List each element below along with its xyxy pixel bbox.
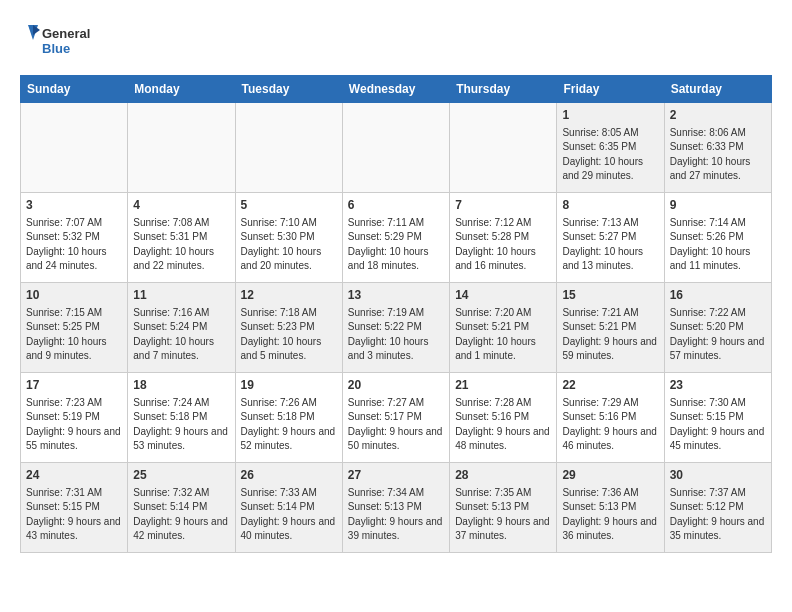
calendar-cell: 29Sunrise: 7:36 AM Sunset: 5:13 PM Dayli… xyxy=(557,463,664,553)
logo: General Blue xyxy=(20,20,100,65)
calendar-cell: 19Sunrise: 7:26 AM Sunset: 5:18 PM Dayli… xyxy=(235,373,342,463)
day-info: Sunrise: 7:27 AM Sunset: 5:17 PM Dayligh… xyxy=(348,396,444,454)
calendar-cell: 20Sunrise: 7:27 AM Sunset: 5:17 PM Dayli… xyxy=(342,373,449,463)
day-number: 11 xyxy=(133,287,229,304)
day-info: Sunrise: 7:20 AM Sunset: 5:21 PM Dayligh… xyxy=(455,306,551,364)
day-number: 21 xyxy=(455,377,551,394)
day-number: 25 xyxy=(133,467,229,484)
weekday-header-monday: Monday xyxy=(128,76,235,103)
day-info: Sunrise: 7:21 AM Sunset: 5:21 PM Dayligh… xyxy=(562,306,658,364)
day-number: 30 xyxy=(670,467,766,484)
day-info: Sunrise: 7:18 AM Sunset: 5:23 PM Dayligh… xyxy=(241,306,337,364)
calendar-cell: 9Sunrise: 7:14 AM Sunset: 5:26 PM Daylig… xyxy=(664,193,771,283)
day-info: Sunrise: 7:34 AM Sunset: 5:13 PM Dayligh… xyxy=(348,486,444,544)
calendar: SundayMondayTuesdayWednesdayThursdayFrid… xyxy=(20,75,772,553)
day-info: Sunrise: 7:19 AM Sunset: 5:22 PM Dayligh… xyxy=(348,306,444,364)
calendar-cell: 2Sunrise: 8:06 AM Sunset: 6:33 PM Daylig… xyxy=(664,103,771,193)
calendar-cell: 22Sunrise: 7:29 AM Sunset: 5:16 PM Dayli… xyxy=(557,373,664,463)
day-number: 3 xyxy=(26,197,122,214)
day-info: Sunrise: 7:26 AM Sunset: 5:18 PM Dayligh… xyxy=(241,396,337,454)
day-number: 15 xyxy=(562,287,658,304)
calendar-cell: 16Sunrise: 7:22 AM Sunset: 5:20 PM Dayli… xyxy=(664,283,771,373)
calendar-cell: 24Sunrise: 7:31 AM Sunset: 5:15 PM Dayli… xyxy=(21,463,128,553)
day-info: Sunrise: 7:33 AM Sunset: 5:14 PM Dayligh… xyxy=(241,486,337,544)
calendar-cell: 13Sunrise: 7:19 AM Sunset: 5:22 PM Dayli… xyxy=(342,283,449,373)
day-info: Sunrise: 7:10 AM Sunset: 5:30 PM Dayligh… xyxy=(241,216,337,274)
calendar-cell: 6Sunrise: 7:11 AM Sunset: 5:29 PM Daylig… xyxy=(342,193,449,283)
day-number: 7 xyxy=(455,197,551,214)
calendar-cell: 28Sunrise: 7:35 AM Sunset: 5:13 PM Dayli… xyxy=(450,463,557,553)
day-number: 5 xyxy=(241,197,337,214)
calendar-cell xyxy=(450,103,557,193)
calendar-cell: 14Sunrise: 7:20 AM Sunset: 5:21 PM Dayli… xyxy=(450,283,557,373)
day-info: Sunrise: 7:22 AM Sunset: 5:20 PM Dayligh… xyxy=(670,306,766,364)
calendar-cell xyxy=(235,103,342,193)
calendar-cell: 4Sunrise: 7:08 AM Sunset: 5:31 PM Daylig… xyxy=(128,193,235,283)
day-info: Sunrise: 7:23 AM Sunset: 5:19 PM Dayligh… xyxy=(26,396,122,454)
day-info: Sunrise: 7:13 AM Sunset: 5:27 PM Dayligh… xyxy=(562,216,658,274)
calendar-cell: 30Sunrise: 7:37 AM Sunset: 5:12 PM Dayli… xyxy=(664,463,771,553)
day-number: 17 xyxy=(26,377,122,394)
day-number: 26 xyxy=(241,467,337,484)
day-number: 20 xyxy=(348,377,444,394)
weekday-header-saturday: Saturday xyxy=(664,76,771,103)
day-info: Sunrise: 7:15 AM Sunset: 5:25 PM Dayligh… xyxy=(26,306,122,364)
calendar-cell: 3Sunrise: 7:07 AM Sunset: 5:32 PM Daylig… xyxy=(21,193,128,283)
day-number: 13 xyxy=(348,287,444,304)
calendar-cell: 8Sunrise: 7:13 AM Sunset: 5:27 PM Daylig… xyxy=(557,193,664,283)
weekday-header-friday: Friday xyxy=(557,76,664,103)
day-info: Sunrise: 8:05 AM Sunset: 6:35 PM Dayligh… xyxy=(562,126,658,184)
calendar-cell: 10Sunrise: 7:15 AM Sunset: 5:25 PM Dayli… xyxy=(21,283,128,373)
day-info: Sunrise: 7:28 AM Sunset: 5:16 PM Dayligh… xyxy=(455,396,551,454)
day-info: Sunrise: 7:07 AM Sunset: 5:32 PM Dayligh… xyxy=(26,216,122,274)
day-number: 24 xyxy=(26,467,122,484)
day-number: 19 xyxy=(241,377,337,394)
calendar-cell xyxy=(342,103,449,193)
calendar-cell: 25Sunrise: 7:32 AM Sunset: 5:14 PM Dayli… xyxy=(128,463,235,553)
day-info: Sunrise: 7:24 AM Sunset: 5:18 PM Dayligh… xyxy=(133,396,229,454)
day-number: 9 xyxy=(670,197,766,214)
day-number: 8 xyxy=(562,197,658,214)
day-number: 6 xyxy=(348,197,444,214)
day-number: 29 xyxy=(562,467,658,484)
calendar-cell: 1Sunrise: 8:05 AM Sunset: 6:35 PM Daylig… xyxy=(557,103,664,193)
day-info: Sunrise: 7:36 AM Sunset: 5:13 PM Dayligh… xyxy=(562,486,658,544)
calendar-cell: 7Sunrise: 7:12 AM Sunset: 5:28 PM Daylig… xyxy=(450,193,557,283)
day-number: 4 xyxy=(133,197,229,214)
weekday-header-tuesday: Tuesday xyxy=(235,76,342,103)
calendar-cell: 18Sunrise: 7:24 AM Sunset: 5:18 PM Dayli… xyxy=(128,373,235,463)
day-number: 14 xyxy=(455,287,551,304)
day-number: 2 xyxy=(670,107,766,124)
calendar-cell: 26Sunrise: 7:33 AM Sunset: 5:14 PM Dayli… xyxy=(235,463,342,553)
logo-svg: General Blue xyxy=(20,20,100,65)
calendar-cell: 11Sunrise: 7:16 AM Sunset: 5:24 PM Dayli… xyxy=(128,283,235,373)
day-info: Sunrise: 7:30 AM Sunset: 5:15 PM Dayligh… xyxy=(670,396,766,454)
day-number: 1 xyxy=(562,107,658,124)
day-info: Sunrise: 7:37 AM Sunset: 5:12 PM Dayligh… xyxy=(670,486,766,544)
day-number: 10 xyxy=(26,287,122,304)
day-number: 16 xyxy=(670,287,766,304)
day-info: Sunrise: 7:32 AM Sunset: 5:14 PM Dayligh… xyxy=(133,486,229,544)
calendar-cell xyxy=(21,103,128,193)
weekday-header-thursday: Thursday xyxy=(450,76,557,103)
day-info: Sunrise: 8:06 AM Sunset: 6:33 PM Dayligh… xyxy=(670,126,766,184)
day-info: Sunrise: 7:31 AM Sunset: 5:15 PM Dayligh… xyxy=(26,486,122,544)
day-info: Sunrise: 7:16 AM Sunset: 5:24 PM Dayligh… xyxy=(133,306,229,364)
day-number: 18 xyxy=(133,377,229,394)
weekday-header-wednesday: Wednesday xyxy=(342,76,449,103)
day-number: 27 xyxy=(348,467,444,484)
calendar-cell xyxy=(128,103,235,193)
calendar-cell: 17Sunrise: 7:23 AM Sunset: 5:19 PM Dayli… xyxy=(21,373,128,463)
day-number: 28 xyxy=(455,467,551,484)
calendar-cell: 12Sunrise: 7:18 AM Sunset: 5:23 PM Dayli… xyxy=(235,283,342,373)
day-number: 22 xyxy=(562,377,658,394)
day-info: Sunrise: 7:35 AM Sunset: 5:13 PM Dayligh… xyxy=(455,486,551,544)
weekday-header-sunday: Sunday xyxy=(21,76,128,103)
day-info: Sunrise: 7:08 AM Sunset: 5:31 PM Dayligh… xyxy=(133,216,229,274)
calendar-cell: 5Sunrise: 7:10 AM Sunset: 5:30 PM Daylig… xyxy=(235,193,342,283)
day-info: Sunrise: 7:29 AM Sunset: 5:16 PM Dayligh… xyxy=(562,396,658,454)
calendar-cell: 15Sunrise: 7:21 AM Sunset: 5:21 PM Dayli… xyxy=(557,283,664,373)
calendar-cell: 21Sunrise: 7:28 AM Sunset: 5:16 PM Dayli… xyxy=(450,373,557,463)
svg-text:Blue: Blue xyxy=(42,41,70,56)
calendar-cell: 27Sunrise: 7:34 AM Sunset: 5:13 PM Dayli… xyxy=(342,463,449,553)
